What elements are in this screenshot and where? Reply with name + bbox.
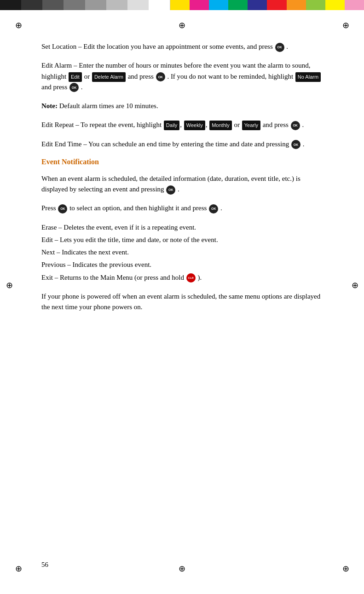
edit-alarm-text-3: . If you do not want to be reminded, hig… [167, 73, 293, 80]
set-location-end: . [286, 43, 288, 50]
edit-repeat-or: or [234, 121, 241, 128]
notification-paragraph-2: Press OK to select an option, and then h… [41, 203, 323, 213]
set-location-paragraph: Set Location – Edit the location you hav… [41, 41, 323, 52]
exit-text-2: ). [197, 274, 202, 281]
note-text: Default alarm times are 10 minutes. [59, 102, 158, 110]
highlight-delete-alarm: Delete Alarm [92, 72, 126, 82]
next-text: Next – Indicates the next event. [41, 248, 129, 256]
swatch-dark-gray [21, 0, 42, 10]
comma-1: , [180, 121, 184, 128]
next-item: Next – Indicates the next event. [41, 247, 323, 258]
powered-off-paragraph: If your phone is powered off when an eve… [41, 291, 323, 313]
ok-button-notification-3: OK [209, 204, 218, 213]
registration-mark-top-mid: ⊕ [178, 21, 187, 30]
edit-alarm-paragraph: Edit Alarm – Enter the number of hours o… [41, 60, 323, 92]
edit-alarm-and-press: and press [128, 73, 154, 80]
edit-alarm-and-press-2: and press [41, 83, 67, 91]
ok-button-notification-1: OK [166, 185, 175, 195]
swatch-blue [248, 0, 267, 10]
highlight-no-alarm: No Alarm [295, 72, 321, 82]
note-label: Note: [41, 102, 58, 110]
registration-mark-top-right: ⊕ [341, 21, 350, 30]
highlight-edit: Edit [69, 72, 82, 82]
swatch-white [149, 0, 170, 10]
page-number: 56 [41, 561, 48, 569]
registration-mark-bottom-mid: ⊕ [178, 564, 187, 573]
swatch-gray [42, 0, 64, 10]
swatch-cyan [209, 0, 228, 10]
erase-item: Erase – Deletes the event, even if it is… [41, 222, 323, 233]
swatch-orange [287, 0, 306, 10]
ok-button-alarm-2: OK [69, 83, 79, 92]
previous-item: Previous – Indicates the previous event. [41, 260, 323, 270]
swatch-red [267, 0, 286, 10]
swatch-pink [345, 0, 364, 10]
edit-repeat-paragraph: Edit Repeat – To repeat the event, highl… [41, 120, 323, 130]
comma-2: , [206, 121, 209, 128]
swatch-light-gray [85, 0, 106, 10]
swatch-green [228, 0, 248, 10]
highlight-yearly: Yearly [242, 121, 260, 130]
swatch-black [0, 0, 21, 10]
swatch-very-light-gray [127, 0, 149, 10]
edit-text: Edit – Lets you edit the title, time and… [41, 236, 218, 243]
notification-paragraph-1: When an event alarm is scheduled, the de… [41, 173, 323, 195]
edit-repeat-end: . [302, 121, 304, 128]
set-location-text: Set Location – Edit the location you hav… [41, 43, 273, 50]
edit-repeat-press-text: and press [263, 121, 289, 128]
registration-mark-bottom-right: ⊕ [341, 564, 350, 573]
erase-text: Erase – Deletes the event, even if it is… [41, 224, 196, 231]
ok-button-set-location: OK [275, 43, 284, 52]
previous-text: Previous – Indicates the previous event. [41, 261, 151, 268]
swatch-bright-yellow [325, 0, 345, 10]
swatch-yellow [170, 0, 190, 10]
notification-press-label: Press [41, 204, 56, 212]
registration-mark-mid-right: ⊕ [350, 281, 359, 290]
edit-alarm-or: or [84, 73, 90, 80]
registration-mark-mid-left: ⊕ [5, 281, 14, 290]
edit-end-time-end: . [303, 140, 305, 148]
clr-button: CLR [186, 273, 196, 283]
swatch-lighter-gray [106, 0, 127, 10]
edit-repeat-text-1: Edit Repeat – To repeat the event, highl… [41, 121, 162, 128]
edit-end-time-paragraph: Edit End Time – You can schedule an end … [41, 139, 323, 150]
highlight-monthly: Monthly [209, 121, 232, 130]
exit-item: Exit – Returns to the Main Menu (or pres… [41, 272, 323, 283]
main-content: Set Location – Edit the location you hav… [0, 14, 364, 348]
ok-button-end-time: OK [291, 140, 300, 149]
registration-mark-bottom-left: ⊕ [14, 564, 23, 573]
registration-mark-top-left: ⊕ [14, 21, 23, 30]
ok-button-repeat: OK [291, 121, 300, 130]
notification-text-2: to select an option, and then highlight … [69, 204, 207, 212]
event-notification-title: Event Notification [41, 158, 323, 166]
edit-item: Edit – Lets you edit the title, time and… [41, 235, 323, 245]
notification-2-end: . [220, 204, 222, 212]
swatch-magenta [190, 0, 209, 10]
ok-button-notification-2: OK [58, 204, 67, 213]
swatch-mid-gray [64, 0, 85, 10]
note-paragraph: Note: Default alarm times are 10 minutes… [41, 101, 323, 111]
highlight-daily: Daily [164, 121, 179, 130]
highlight-weekly: Weekly [184, 121, 205, 130]
notification-1-end: . [178, 185, 179, 193]
edit-alarm-end: . [81, 83, 83, 91]
powered-off-text: If your phone is powered off when an eve… [41, 293, 320, 311]
exit-text-1: Exit – Returns to the Main Menu (or pres… [41, 274, 184, 281]
edit-end-time-text: Edit End Time – You can schedule an end … [41, 140, 289, 148]
swatch-light-green [306, 0, 325, 10]
ok-button-alarm: OK [156, 72, 165, 81]
